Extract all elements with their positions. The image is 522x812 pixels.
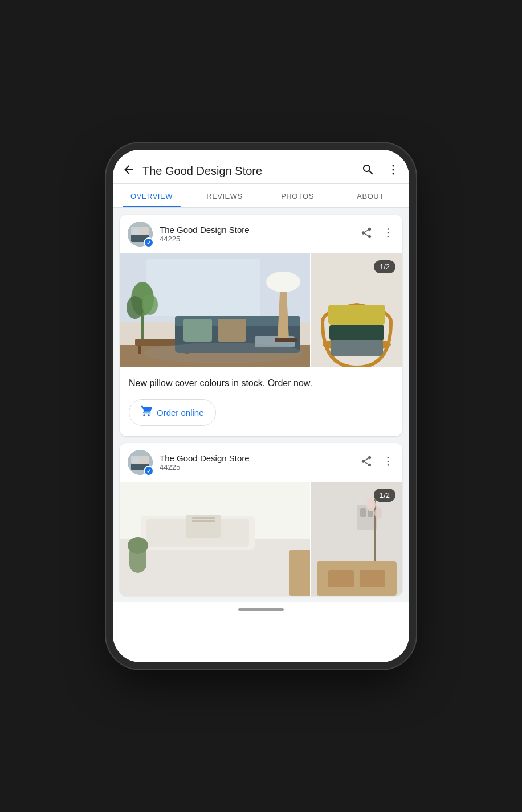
svg-rect-12 [146, 259, 260, 316]
svg-rect-59 [328, 570, 354, 587]
post-header-2: ✓ The Good Design Store 44225 [120, 443, 402, 482]
svg-point-52 [128, 537, 148, 554]
svg-rect-6 [133, 229, 139, 234]
post-store-name-2: The Good Design Store [160, 453, 360, 463]
side-image-1: 1/2 [311, 253, 402, 367]
app-header: The Good Design Store [113, 150, 409, 184]
post-actions-1 [360, 227, 394, 242]
svg-rect-25 [218, 319, 246, 342]
svg-point-28 [266, 272, 300, 292]
svg-point-1 [393, 169, 394, 170]
post-card-2: ✓ The Good Design Store 44225 [120, 443, 402, 596]
tab-bar: OVERVIEW REVIEWS PHOTOS ABOUT [113, 184, 409, 208]
verified-badge-2: ✓ [144, 466, 154, 476]
tab-overview[interactable]: OVERVIEW [115, 184, 188, 207]
svg-point-8 [388, 232, 389, 233]
image-gallery-2[interactable]: 1/2 [120, 482, 402, 596]
share-icon-2[interactable] [360, 455, 373, 470]
search-icon[interactable] [361, 163, 375, 180]
svg-point-41 [388, 460, 389, 462]
phone-frame: The Good Design Store O [113, 150, 409, 662]
back-button[interactable] [122, 163, 136, 180]
order-btn-wrap-1: Order online [120, 397, 402, 436]
verified-badge-1: ✓ [144, 237, 154, 248]
tab-about[interactable]: ABOUT [334, 184, 407, 207]
share-icon-1[interactable] [360, 227, 373, 242]
order-online-label: Order online [157, 408, 204, 417]
svg-point-42 [388, 464, 389, 466]
content-area: ✓ The Good Design Store 44225 [113, 208, 409, 602]
image-counter-2: 1/2 [374, 489, 395, 502]
svg-rect-56 [360, 508, 366, 517]
svg-rect-60 [360, 570, 385, 587]
svg-rect-53 [289, 550, 310, 596]
svg-point-2 [393, 173, 394, 174]
more-vert-icon[interactable] [386, 163, 400, 180]
post-header-1: ✓ The Good Design Store 44225 [120, 215, 402, 253]
home-indicator [113, 602, 409, 620]
header-title: The Good Design Store [142, 165, 361, 178]
main-image-2 [120, 482, 310, 596]
phone-screen: The Good Design Store O [113, 150, 409, 620]
more-vert-icon-post-2[interactable] [382, 455, 394, 470]
svg-rect-33 [328, 305, 385, 325]
tab-photos[interactable]: PHOTOS [261, 184, 334, 207]
svg-rect-35 [331, 340, 383, 356]
post-text-1: New pillow cover colours in stock. Order… [120, 367, 402, 397]
more-vert-icon-post-1[interactable] [382, 227, 394, 242]
svg-rect-34 [329, 325, 384, 341]
svg-rect-24 [183, 319, 212, 342]
svg-rect-20 [138, 346, 141, 354]
svg-point-0 [393, 165, 394, 166]
post-store-name-1: The Good Design Store [160, 225, 360, 235]
cart-icon [141, 405, 152, 420]
tab-reviews[interactable]: REVIEWS [188, 184, 261, 207]
image-counter-1: 1/2 [374, 260, 395, 273]
svg-point-40 [388, 457, 389, 458]
svg-point-7 [388, 228, 389, 230]
post-actions-2 [360, 455, 394, 470]
post-info-2: The Good Design Store 44225 [160, 453, 360, 471]
svg-point-9 [388, 236, 389, 237]
svg-point-30 [144, 343, 303, 363]
svg-rect-50 [192, 520, 215, 522]
header-icons [361, 163, 400, 180]
svg-point-17 [127, 296, 144, 319]
svg-rect-29 [275, 338, 297, 342]
post-info-1: The Good Design Store 44225 [160, 225, 360, 243]
post-card-1: ✓ The Good Design Store 44225 [120, 215, 402, 436]
main-image-1 [120, 253, 310, 367]
avatar-1: ✓ [128, 222, 153, 247]
svg-point-62 [366, 498, 376, 511]
side-image-2: 1/2 [311, 482, 402, 596]
svg-rect-49 [192, 517, 215, 519]
order-online-button[interactable]: Order online [129, 399, 216, 426]
home-bar [238, 608, 284, 611]
svg-rect-39 [133, 458, 139, 462]
image-gallery-1[interactable]: 1/2 [120, 253, 402, 367]
post-store-id-2: 44225 [160, 463, 360, 471]
svg-point-63 [374, 507, 382, 519]
post-store-id-1: 44225 [160, 235, 360, 243]
svg-point-18 [142, 294, 158, 315]
avatar-2: ✓ [128, 450, 153, 475]
